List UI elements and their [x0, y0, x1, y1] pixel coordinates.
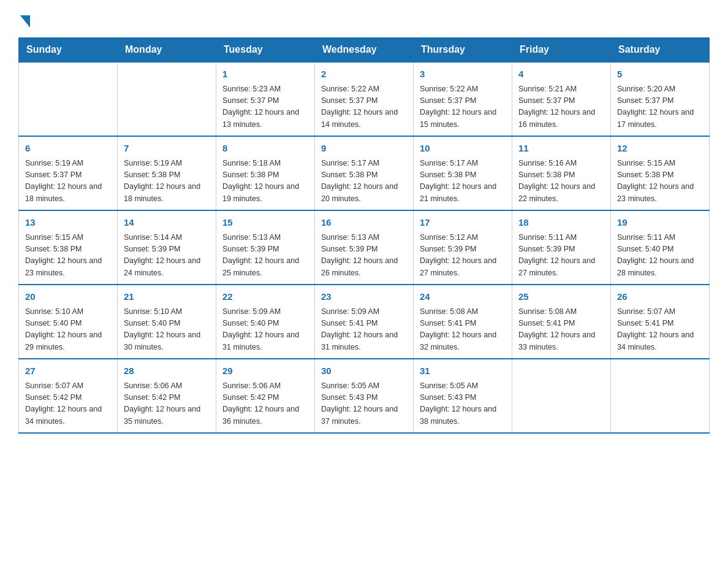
calendar-cell: 23Sunrise: 5:09 AMSunset: 5:41 PMDayligh…: [315, 285, 414, 359]
day-info: Sunrise: 5:09 AMSunset: 5:40 PMDaylight:…: [222, 306, 308, 354]
day-info: Sunrise: 5:11 AMSunset: 5:40 PMDaylight:…: [617, 232, 703, 280]
calendar-cell: 14Sunrise: 5:14 AMSunset: 5:39 PMDayligh…: [118, 210, 216, 285]
day-number: 13: [25, 216, 111, 230]
day-info: Sunrise: 5:13 AMSunset: 5:39 PMDaylight:…: [222, 232, 308, 280]
calendar-cell: [611, 359, 710, 433]
calendar-cell: 25Sunrise: 5:08 AMSunset: 5:41 PMDayligh…: [512, 285, 611, 359]
day-number: 6: [25, 142, 111, 156]
day-number: 18: [518, 216, 604, 230]
day-info: Sunrise: 5:07 AMSunset: 5:42 PMDaylight:…: [25, 380, 111, 428]
calendar-cell: [118, 62, 216, 136]
calendar-cell: 10Sunrise: 5:17 AMSunset: 5:38 PMDayligh…: [414, 136, 512, 210]
day-number: 27: [25, 364, 111, 378]
calendar-week-row: 13Sunrise: 5:15 AMSunset: 5:38 PMDayligh…: [19, 210, 710, 285]
calendar-cell: 22Sunrise: 5:09 AMSunset: 5:40 PMDayligh…: [216, 285, 315, 359]
calendar-cell: 2Sunrise: 5:22 AMSunset: 5:37 PMDaylight…: [315, 62, 414, 136]
day-info: Sunrise: 5:08 AMSunset: 5:41 PMDaylight:…: [518, 306, 604, 354]
calendar-cell: 13Sunrise: 5:15 AMSunset: 5:38 PMDayligh…: [19, 210, 118, 285]
day-number: 1: [222, 67, 308, 82]
day-number: 17: [420, 216, 506, 230]
day-number: 3: [420, 67, 506, 82]
calendar-table: SundayMondayTuesdayWednesdayThursdayFrid…: [18, 37, 710, 434]
day-number: 26: [617, 290, 703, 304]
day-info: Sunrise: 5:20 AMSunset: 5:37 PMDaylight:…: [617, 83, 703, 131]
day-number: 2: [321, 67, 407, 82]
day-number: 16: [321, 216, 407, 230]
day-info: Sunrise: 5:16 AMSunset: 5:38 PMDaylight:…: [518, 158, 604, 205]
day-info: Sunrise: 5:09 AMSunset: 5:41 PMDaylight:…: [321, 306, 407, 354]
day-number: 9: [321, 142, 407, 156]
day-number: 20: [25, 290, 111, 304]
day-number: 4: [518, 67, 604, 82]
header-monday: Monday: [118, 38, 216, 63]
calendar-week-row: 1Sunrise: 5:23 AMSunset: 5:37 PMDaylight…: [19, 62, 710, 136]
day-info: Sunrise: 5:05 AMSunset: 5:43 PMDaylight:…: [420, 380, 506, 428]
day-number: 5: [617, 67, 703, 82]
header-tuesday: Tuesday: [216, 38, 315, 63]
calendar-cell: 12Sunrise: 5:15 AMSunset: 5:38 PMDayligh…: [611, 136, 710, 210]
calendar-cell: 28Sunrise: 5:06 AMSunset: 5:42 PMDayligh…: [118, 359, 216, 433]
calendar-cell: [512, 359, 611, 433]
calendar-cell: 19Sunrise: 5:11 AMSunset: 5:40 PMDayligh…: [611, 210, 710, 285]
day-number: 11: [518, 142, 604, 156]
day-number: 19: [617, 216, 703, 230]
day-info: Sunrise: 5:22 AMSunset: 5:37 PMDaylight:…: [420, 83, 506, 131]
calendar-cell: 6Sunrise: 5:19 AMSunset: 5:37 PMDaylight…: [19, 136, 118, 210]
day-info: Sunrise: 5:08 AMSunset: 5:41 PMDaylight:…: [420, 306, 506, 354]
calendar-cell: 15Sunrise: 5:13 AMSunset: 5:39 PMDayligh…: [216, 210, 315, 285]
day-number: 30: [321, 364, 407, 378]
day-info: Sunrise: 5:06 AMSunset: 5:42 PMDaylight:…: [222, 380, 308, 428]
calendar-cell: 1Sunrise: 5:23 AMSunset: 5:37 PMDaylight…: [216, 62, 315, 136]
day-info: Sunrise: 5:15 AMSunset: 5:38 PMDaylight:…: [25, 232, 111, 280]
logo-arrow-icon: [20, 15, 30, 28]
calendar-cell: 8Sunrise: 5:18 AMSunset: 5:38 PMDaylight…: [216, 136, 315, 210]
calendar-header-row: SundayMondayTuesdayWednesdayThursdayFrid…: [19, 38, 710, 63]
day-info: Sunrise: 5:11 AMSunset: 5:39 PMDaylight:…: [518, 232, 604, 280]
day-info: Sunrise: 5:15 AMSunset: 5:38 PMDaylight:…: [617, 158, 703, 205]
day-number: 22: [222, 290, 308, 304]
header-wednesday: Wednesday: [315, 38, 414, 63]
day-number: 14: [124, 216, 210, 230]
calendar-cell: 7Sunrise: 5:19 AMSunset: 5:38 PMDaylight…: [118, 136, 216, 210]
day-number: 8: [222, 142, 308, 156]
header-sunday: Sunday: [19, 38, 118, 63]
day-info: Sunrise: 5:05 AMSunset: 5:43 PMDaylight:…: [321, 380, 407, 428]
calendar-week-row: 20Sunrise: 5:10 AMSunset: 5:40 PMDayligh…: [19, 285, 710, 359]
day-info: Sunrise: 5:10 AMSunset: 5:40 PMDaylight:…: [124, 306, 210, 354]
day-info: Sunrise: 5:19 AMSunset: 5:37 PMDaylight:…: [25, 158, 111, 205]
calendar-cell: 30Sunrise: 5:05 AMSunset: 5:43 PMDayligh…: [315, 359, 414, 433]
calendar-cell: 17Sunrise: 5:12 AMSunset: 5:39 PMDayligh…: [414, 210, 512, 285]
day-number: 29: [222, 364, 308, 378]
calendar-cell: 3Sunrise: 5:22 AMSunset: 5:37 PMDaylight…: [414, 62, 512, 136]
day-info: Sunrise: 5:14 AMSunset: 5:39 PMDaylight:…: [124, 232, 210, 280]
header-thursday: Thursday: [414, 38, 512, 63]
calendar-cell: 31Sunrise: 5:05 AMSunset: 5:43 PMDayligh…: [414, 359, 512, 433]
calendar-cell: 24Sunrise: 5:08 AMSunset: 5:41 PMDayligh…: [414, 285, 512, 359]
day-number: 28: [124, 364, 210, 378]
calendar-week-row: 6Sunrise: 5:19 AMSunset: 5:37 PMDaylight…: [19, 136, 710, 210]
day-info: Sunrise: 5:07 AMSunset: 5:41 PMDaylight:…: [617, 306, 703, 354]
calendar-cell: [19, 62, 118, 136]
day-info: Sunrise: 5:17 AMSunset: 5:38 PMDaylight:…: [420, 158, 506, 205]
calendar-cell: 16Sunrise: 5:13 AMSunset: 5:39 PMDayligh…: [315, 210, 414, 285]
day-number: 31: [420, 364, 506, 378]
calendar-cell: 18Sunrise: 5:11 AMSunset: 5:39 PMDayligh…: [512, 210, 611, 285]
day-info: Sunrise: 5:19 AMSunset: 5:38 PMDaylight:…: [124, 158, 210, 205]
day-info: Sunrise: 5:17 AMSunset: 5:38 PMDaylight:…: [321, 158, 407, 205]
day-info: Sunrise: 5:13 AMSunset: 5:39 PMDaylight:…: [321, 232, 407, 280]
calendar-cell: 29Sunrise: 5:06 AMSunset: 5:42 PMDayligh…: [216, 359, 315, 433]
day-number: 24: [420, 290, 506, 304]
day-info: Sunrise: 5:12 AMSunset: 5:39 PMDaylight:…: [420, 232, 506, 280]
calendar-cell: 26Sunrise: 5:07 AMSunset: 5:41 PMDayligh…: [611, 285, 710, 359]
day-info: Sunrise: 5:23 AMSunset: 5:37 PMDaylight:…: [222, 83, 308, 131]
logo: [18, 12, 30, 25]
page-header: [18, 12, 710, 25]
day-info: Sunrise: 5:10 AMSunset: 5:40 PMDaylight:…: [25, 306, 111, 354]
day-number: 10: [420, 142, 506, 156]
header-friday: Friday: [512, 38, 611, 63]
day-number: 12: [617, 142, 703, 156]
calendar-cell: 20Sunrise: 5:10 AMSunset: 5:40 PMDayligh…: [19, 285, 118, 359]
day-info: Sunrise: 5:06 AMSunset: 5:42 PMDaylight:…: [124, 380, 210, 428]
day-number: 7: [124, 142, 210, 156]
calendar-cell: 21Sunrise: 5:10 AMSunset: 5:40 PMDayligh…: [118, 285, 216, 359]
